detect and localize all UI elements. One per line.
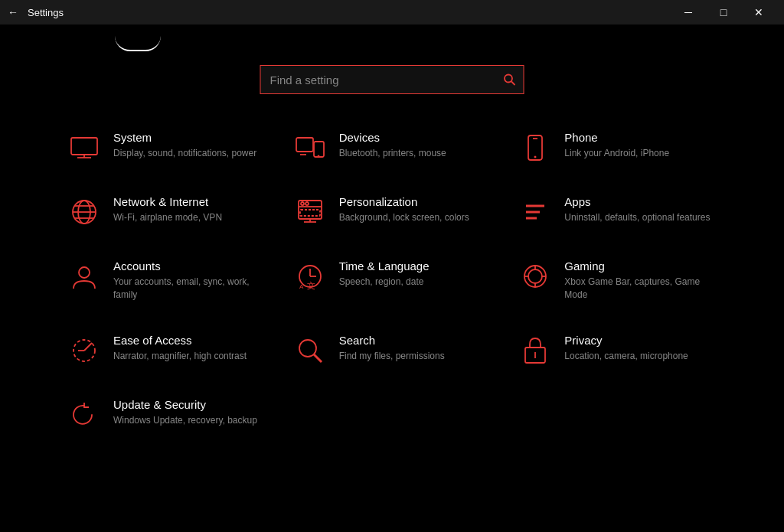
- setting-name-ease: Ease of Access: [113, 334, 264, 347]
- setting-item-system[interactable]: System Display, sound, notifications, po…: [61, 119, 272, 175]
- gaming-icon: [520, 261, 550, 292]
- setting-item-apps[interactable]: Apps Uninstall, defaults, optional featu…: [512, 183, 723, 240]
- setting-desc-privacy: Location, camera, microphone: [564, 350, 715, 363]
- setting-desc-accounts: Your accounts, email, sync, work, family: [113, 276, 264, 302]
- setting-name-accounts: Accounts: [113, 259, 264, 273]
- svg-point-11: [534, 156, 537, 158]
- svg-point-42: [299, 340, 316, 357]
- setting-name-personalization: Personalization: [339, 195, 490, 208]
- setting-item-accounts[interactable]: Accounts Your accounts, email, sync, wor…: [61, 247, 272, 314]
- svg-line-43: [314, 354, 322, 362]
- setting-name-system: System: [113, 131, 264, 144]
- svg-rect-21: [300, 210, 320, 216]
- setting-text-ease: Ease of Access Narrator, magnifier, high…: [113, 334, 264, 363]
- setting-text-accounts: Accounts Your accounts, email, sync, wor…: [113, 259, 264, 302]
- setting-item-ease[interactable]: Ease of Access Narrator, magnifier, high…: [61, 321, 272, 378]
- setting-item-search[interactable]: Search Find my files, permissions: [287, 321, 498, 378]
- search-box: [260, 65, 524, 94]
- setting-text-personalization: Personalization Background, lock screen,…: [339, 195, 490, 224]
- svg-point-0: [505, 75, 512, 83]
- system-icon: [69, 132, 100, 163]
- profile-shape: [115, 36, 161, 51]
- time-icon: A文: [295, 261, 325, 292]
- setting-name-update: Update & Security: [113, 398, 264, 411]
- setting-item-privacy[interactable]: Privacy Location, camera, microphone: [512, 321, 723, 378]
- setting-item-devices[interactable]: Devices Bluetooth, printers, mouse: [287, 119, 498, 175]
- setting-name-time: Time & Language: [339, 259, 490, 273]
- setting-name-search: Search: [339, 334, 490, 347]
- setting-text-apps: Apps Uninstall, defaults, optional featu…: [564, 195, 715, 224]
- svg-point-8: [317, 155, 319, 158]
- setting-text-system: System Display, sound, notifications, po…: [113, 131, 264, 160]
- svg-rect-5: [296, 138, 313, 152]
- update-icon: [69, 400, 100, 430]
- setting-desc-network: Wi-Fi, airplane mode, VPN: [113, 211, 264, 224]
- setting-name-apps: Apps: [564, 195, 715, 208]
- setting-desc-phone: Link your Android, iPhone: [564, 147, 715, 160]
- accounts-icon: [69, 261, 100, 292]
- svg-rect-2: [71, 138, 97, 155]
- svg-point-19: [301, 202, 304, 205]
- maximize-button[interactable]: □: [706, 0, 741, 24]
- search-input[interactable]: [261, 67, 496, 93]
- back-icon[interactable]: ←: [8, 6, 18, 18]
- titlebar-controls: ─ □ ✕: [671, 0, 776, 24]
- setting-desc-search: Find my files, permissions: [339, 350, 490, 363]
- minimize-button[interactable]: ─: [671, 0, 706, 24]
- setting-name-gaming: Gaming: [564, 259, 715, 273]
- setting-desc-gaming: Xbox Game Bar, captures, Game Mode: [564, 276, 715, 302]
- svg-point-20: [305, 202, 309, 205]
- setting-name-devices: Devices: [339, 131, 490, 144]
- setting-name-privacy: Privacy: [564, 334, 715, 347]
- personalization-icon: [295, 197, 325, 227]
- setting-item-network[interactable]: Network & Internet Wi-Fi, airplane mode,…: [61, 183, 272, 240]
- close-button[interactable]: ✕: [741, 0, 776, 24]
- svg-line-40: [84, 343, 92, 351]
- profile-area: [107, 24, 168, 63]
- setting-text-update: Update & Security Windows Update, recove…: [113, 398, 264, 427]
- setting-text-time: Time & Language Speech, region, date: [339, 259, 490, 289]
- svg-text:文: 文: [307, 281, 315, 290]
- setting-desc-update: Windows Update, recovery, backup: [113, 414, 264, 427]
- setting-text-network: Network & Internet Wi-Fi, airplane mode,…: [113, 195, 264, 224]
- setting-name-network: Network & Internet: [113, 195, 264, 208]
- apps-icon: [520, 197, 550, 227]
- privacy-icon: [520, 335, 550, 366]
- setting-desc-ease: Narrator, magnifier, high contrast: [113, 350, 264, 363]
- phone-icon: [520, 132, 550, 163]
- search-container: [260, 65, 524, 94]
- setting-desc-devices: Bluetooth, printers, mouse: [339, 147, 490, 160]
- svg-point-27: [79, 267, 90, 278]
- svg-rect-6: [314, 142, 324, 157]
- network-icon: [69, 197, 100, 227]
- svg-text:A: A: [299, 283, 304, 290]
- setting-item-personalization[interactable]: Personalization Background, lock screen,…: [287, 183, 498, 240]
- setting-text-privacy: Privacy Location, camera, microphone: [564, 334, 715, 363]
- setting-item-gaming[interactable]: Gaming Xbox Game Bar, captures, Game Mod…: [512, 247, 723, 314]
- setting-text-phone: Phone Link your Android, iPhone: [564, 131, 715, 160]
- settings-grid: System Display, sound, notifications, po…: [61, 119, 723, 442]
- setting-item-update[interactable]: Update & Security Windows Update, recove…: [61, 386, 272, 442]
- search-icon-button[interactable]: [496, 66, 524, 93]
- setting-item-phone[interactable]: Phone Link your Android, iPhone: [512, 119, 723, 175]
- setting-desc-apps: Uninstall, defaults, optional features: [564, 211, 715, 224]
- titlebar-left: ← Settings: [8, 6, 64, 18]
- ease-icon: [69, 335, 100, 366]
- setting-text-gaming: Gaming Xbox Game Bar, captures, Game Mod…: [564, 259, 715, 302]
- setting-desc-time: Speech, region, date: [339, 276, 490, 289]
- setting-desc-system: Display, sound, notifications, power: [113, 147, 264, 160]
- setting-text-search: Search Find my files, permissions: [339, 334, 490, 363]
- svg-point-34: [528, 269, 542, 283]
- titlebar: ← Settings ─ □ ✕: [0, 0, 784, 24]
- setting-desc-personalization: Background, lock screen, colors: [339, 211, 490, 224]
- setting-item-time[interactable]: A文 Time & Language Speech, region, date: [287, 247, 498, 314]
- setting-text-devices: Devices Bluetooth, printers, mouse: [339, 131, 490, 160]
- search-setting-icon: [295, 335, 325, 366]
- setting-name-phone: Phone: [564, 131, 715, 144]
- devices-icon: [295, 132, 325, 163]
- titlebar-title: Settings: [28, 7, 64, 18]
- svg-line-1: [511, 82, 515, 86]
